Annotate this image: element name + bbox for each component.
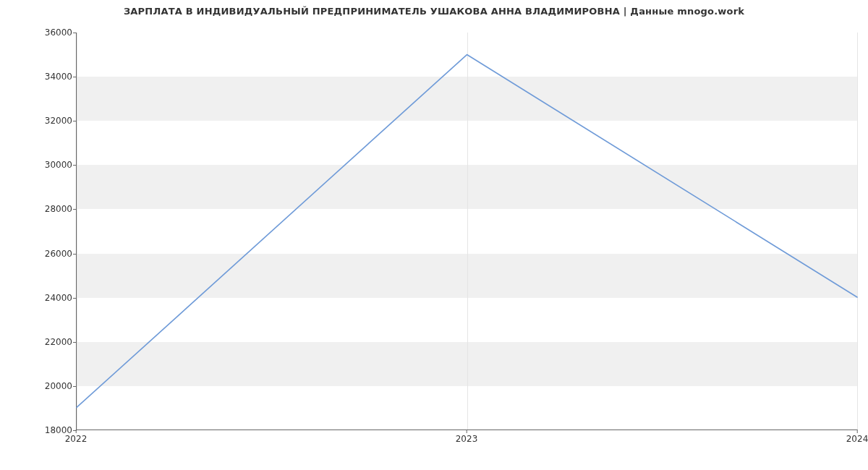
y-tick-label: 20000 — [4, 381, 72, 391]
data-line — [77, 33, 857, 430]
plot-area — [76, 33, 857, 430]
x-tick-label: 2022 — [65, 434, 88, 444]
y-tick-label: 34000 — [4, 72, 72, 82]
chart-title: ЗАРПЛАТА В ИНДИВИДУАЛЬНЫЙ ПРЕДПРИНИМАТЕЛ… — [0, 6, 868, 17]
x-tick-label: 2023 — [456, 434, 478, 444]
y-tick-label: 24000 — [4, 293, 72, 303]
y-tick-label: 26000 — [4, 249, 72, 259]
y-tick-label: 22000 — [4, 337, 72, 347]
y-tick-label: 36000 — [4, 27, 72, 38]
grid-vline — [857, 33, 858, 430]
salary-line-chart: ЗАРПЛАТА В ИНДИВИДУАЛЬНЫЙ ПРЕДПРИНИМАТЕЛ… — [0, 0, 868, 470]
y-tick-label: 32000 — [4, 116, 72, 126]
y-tick-label: 30000 — [4, 160, 72, 170]
y-tick-label: 28000 — [4, 204, 72, 214]
y-tick-label: 18000 — [4, 425, 72, 435]
x-tick-label: 2024 — [846, 434, 868, 444]
